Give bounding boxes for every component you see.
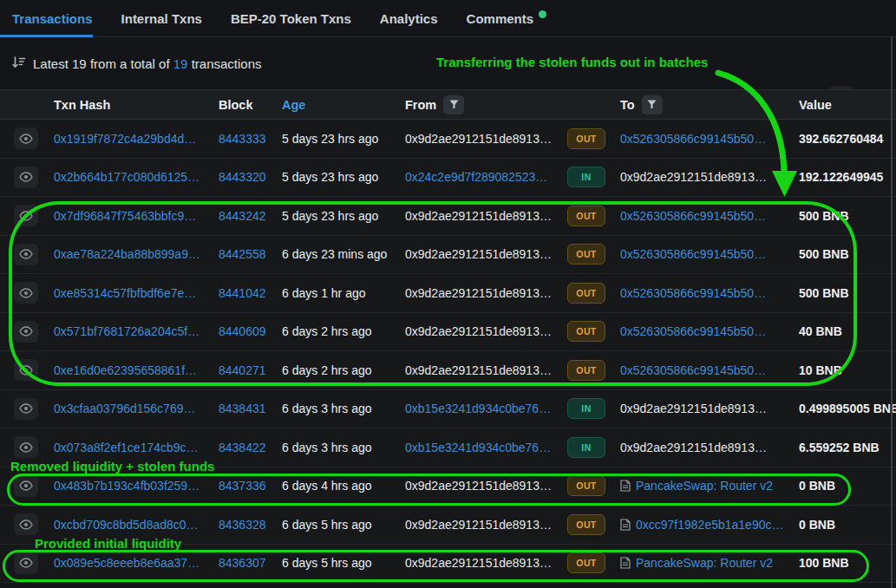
txn-hash-link[interactable]: 0x2b664b177c080d6125… — [54, 170, 219, 184]
transaction-row: 0x073a8f2ef1ce174cb9c…84384226 days 3 hr… — [0, 428, 896, 467]
from-address-text: 0x9d2ae2912151de8913… — [405, 247, 559, 261]
txn-hash-link[interactable]: 0x571bf7681726a204c5f… — [54, 324, 219, 338]
tab-transactions[interactable]: Transactions — [12, 11, 93, 26]
view-transaction-details-button[interactable] — [14, 127, 38, 149]
block-link[interactable]: 8441042 — [219, 286, 282, 300]
transaction-row: 0xcbd709c8bd5d8ad8c0…84363286 days 5 hrs… — [0, 506, 896, 545]
txn-hash-link[interactable]: 0x089e5c8eeeb8e6aa37… — [54, 556, 219, 570]
block-link[interactable]: 8437336 — [219, 479, 282, 493]
txn-hash-link[interactable]: 0xcbd709c8bd5d8ad8c0… — [54, 518, 219, 532]
block-link[interactable]: 8436328 — [219, 518, 282, 532]
view-transaction-details-button[interactable] — [14, 552, 38, 574]
txn-hash-link[interactable]: 0x7df96847f75463bbfc9… — [54, 209, 219, 223]
from-address-link[interactable]: 0xb15e3241d934c0be76… — [405, 402, 559, 415]
from-address-text: 0x9d2ae2912151de8913… — [405, 518, 559, 532]
eye-icon — [19, 134, 33, 144]
value-text: 6.559252 BNB — [793, 441, 896, 454]
direction-badge-in: IN — [567, 167, 605, 187]
to-address-link[interactable]: 0x526305866c99145b50… — [620, 132, 766, 146]
to-address-link[interactable]: PancakeSwap: Router v2 — [636, 556, 773, 570]
table-body: 0x1919f7872c4a29bd4d…84433335 days 23 hr… — [0, 120, 896, 583]
header-age[interactable]: Age — [282, 98, 405, 112]
txn-hash-link[interactable]: 0xe16d0e62395658861f… — [54, 363, 219, 377]
to-address-link[interactable]: 0x526305866c99145b50… — [620, 324, 766, 338]
view-transaction-details-button[interactable] — [14, 282, 38, 304]
tab-bep-20-token-txns[interactable]: BEP-20 Token Txns — [231, 11, 351, 26]
transaction-row: 0xe16d0e62395658861f…84402716 days 2 hrs… — [0, 351, 896, 390]
header-block: Block — [219, 98, 282, 112]
block-link[interactable]: 8436307 — [219, 556, 282, 570]
block-link[interactable]: 8443242 — [219, 209, 282, 223]
txn-hash-link[interactable]: 0xae78a224ba88b899a9… — [54, 247, 219, 261]
view-transaction-details-button[interactable] — [14, 359, 38, 381]
block-link[interactable]: 8440609 — [219, 324, 282, 338]
tab-comments[interactable]: Comments — [467, 10, 547, 26]
view-transaction-details-button[interactable] — [14, 513, 38, 535]
block-link[interactable]: 8443320 — [219, 170, 282, 184]
contract-file-icon — [620, 480, 631, 492]
block-link[interactable]: 8442558 — [219, 247, 282, 261]
to-address-link[interactable]: 0x526305866c99145b50… — [620, 247, 766, 261]
eye-icon — [19, 442, 33, 453]
to-address-link[interactable]: 0xcc97f1982e5b1a1e90c… — [636, 518, 783, 532]
direction-badge-in: IN — [567, 437, 605, 458]
direction-badge-out: OUT — [567, 514, 605, 535]
eye-icon — [19, 365, 33, 376]
txn-hash-link[interactable]: 0x1919f7872c4a29bd4d… — [54, 132, 219, 146]
tab-analytics[interactable]: Analytics — [380, 11, 438, 26]
eye-icon — [19, 403, 33, 414]
direction-badge-out: OUT — [567, 128, 605, 149]
direction-badge-out: OUT — [567, 552, 605, 573]
view-transaction-details-button[interactable] — [14, 475, 38, 497]
eye-icon — [19, 288, 33, 298]
age-text: 6 days 3 hrs ago — [282, 441, 405, 454]
value-text: 392.662760484 — [793, 132, 896, 146]
from-address-text: 0x9d2ae2912151de8913… — [405, 363, 559, 377]
transaction-row: 0x483b7b193c4fb03f259…84373366 days 4 hr… — [0, 467, 896, 506]
eye-icon — [19, 519, 33, 530]
eye-icon — [19, 480, 33, 491]
direction-badge-in: IN — [567, 398, 605, 419]
view-transaction-details-button[interactable] — [14, 205, 38, 226]
eye-icon — [19, 249, 33, 259]
from-address-link[interactable]: 0x24c2e9d7f289082523… — [405, 170, 559, 184]
age-text: 6 days 5 hrs ago — [282, 556, 405, 570]
txn-hash-link[interactable]: 0x3cfaa03796d156c769… — [54, 402, 219, 415]
contract-icon — [620, 480, 631, 492]
transaction-row: 0x2b664b177c080d6125…84433205 days 23 hr… — [0, 159, 896, 198]
block-link[interactable]: 8443333 — [219, 132, 282, 146]
block-link[interactable]: 8438431 — [219, 402, 282, 415]
eye-icon — [19, 558, 33, 568]
to-address-link[interactable]: 0x526305866c99145b50… — [620, 286, 766, 300]
from-filter-button[interactable] — [443, 95, 464, 114]
view-transaction-details-button[interactable] — [14, 167, 38, 188]
tab-internal-txns[interactable]: Internal Txns — [121, 11, 202, 26]
scrollbar-track[interactable] — [891, 37, 893, 588]
to-address-link[interactable]: 0x526305866c99145b50… — [620, 209, 766, 223]
value-text: 100 BNB — [793, 556, 896, 570]
view-transaction-details-button[interactable] — [14, 436, 38, 458]
to-address-link[interactable]: 0x526305866c99145b50… — [620, 363, 766, 377]
to-address-text: 0x9d2ae2912151de8913… — [620, 402, 767, 415]
direction-badge-out: OUT — [567, 206, 605, 226]
block-link[interactable]: 8438422 — [219, 441, 282, 454]
table-header-row: Txn Hash Block Age From To Value — [0, 89, 896, 120]
transaction-row: 0x3cfaa03796d156c769…84384316 days 3 hrs… — [0, 390, 896, 429]
direction-badge-out: OUT — [567, 321, 605, 342]
from-address-text: 0x9d2ae2912151de8913… — [405, 479, 559, 493]
view-transaction-details-button[interactable] — [14, 398, 38, 420]
tab-label: Analytics — [380, 11, 438, 26]
to-address-link[interactable]: PancakeSwap: Router v2 — [636, 479, 773, 493]
txn-hash-link[interactable]: 0xe85314c57fbfbdf6e7e… — [54, 286, 219, 300]
txn-hash-link[interactable]: 0x073a8f2ef1ce174cb9c… — [54, 441, 219, 454]
txn-hash-link[interactable]: 0x483b7b193c4fb03f259… — [54, 479, 219, 493]
tab-bar: TransactionsInternal TxnsBEP-20 Token Tx… — [0, 0, 896, 37]
to-filter-button[interactable] — [642, 95, 663, 114]
block-link[interactable]: 8440271 — [219, 363, 282, 377]
value-text: 500 BNB — [793, 286, 896, 300]
view-transaction-details-button[interactable] — [14, 321, 38, 343]
from-address-link[interactable]: 0xb15e3241d934c0be76… — [405, 441, 559, 454]
transaction-row: 0x089e5c8eeeb8e6aa37…84363076 days 5 hrs… — [0, 545, 896, 584]
tab-label: BEP-20 Token Txns — [231, 11, 351, 26]
view-transaction-details-button[interactable] — [14, 244, 38, 265]
